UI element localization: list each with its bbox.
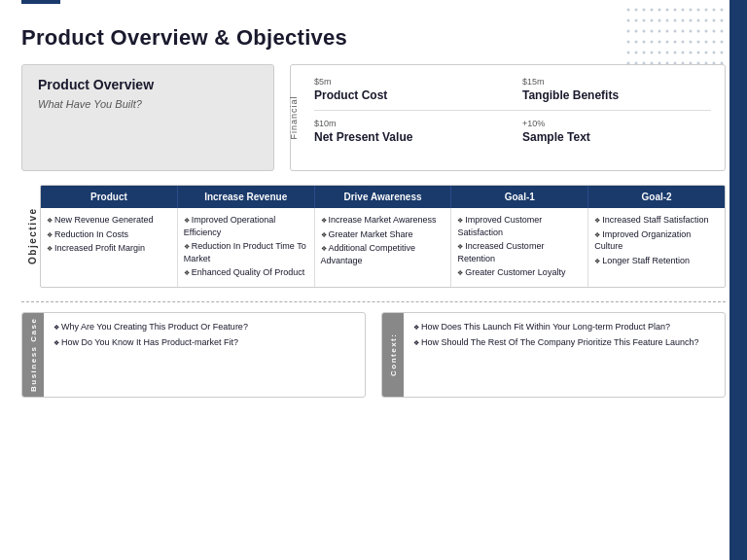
svg-point-22 (690, 19, 693, 22)
objective-section: Objective ProductIncrease RevenueDrive A… (21, 185, 726, 288)
svg-point-56 (627, 52, 630, 54)
fin-product-cost-label: Product Cost (314, 88, 503, 106)
top-section: Product Overview What Have You Built? Fi… (21, 64, 726, 171)
objective-label: Objective (21, 185, 40, 288)
list-item: Reduction In Costs (47, 228, 171, 241)
obj-body-1: Improved Operational EfficiencyReduction… (178, 208, 315, 287)
list-item: How Does This Launch Fit Within Your Lon… (413, 321, 699, 334)
objective-header-row: ProductIncrease RevenueDrive AwarenessGo… (41, 186, 725, 208)
svg-point-48 (674, 41, 677, 44)
svg-point-6 (674, 9, 677, 12)
svg-point-46 (658, 41, 661, 44)
svg-point-28 (627, 30, 630, 33)
fin-sample-text: Sample Text (522, 130, 711, 148)
svg-point-19 (666, 19, 669, 22)
obj-header-3: Goal-1 (451, 186, 588, 208)
fin-npv-label: Net Present Value (314, 130, 503, 148)
svg-point-0 (627, 9, 630, 12)
financial-label: Financial (289, 95, 299, 139)
list-item: Increased Customer Retention (457, 240, 582, 264)
svg-point-17 (651, 19, 654, 22)
svg-point-5 (666, 9, 669, 12)
list-item: Improved Operational Efficiency (184, 214, 308, 238)
obj-body-0: New Revenue GeneratedReduction In CostsI… (41, 208, 178, 287)
list-item: Longer Staff Retention (594, 255, 719, 267)
svg-point-52 (705, 41, 708, 44)
svg-point-45 (651, 41, 654, 44)
svg-point-60 (658, 52, 661, 54)
obj-header-2: Drive Awareness (315, 186, 452, 208)
bottom-card-label-1: Context: (382, 313, 404, 397)
svg-point-62 (674, 52, 677, 54)
svg-point-38 (705, 30, 708, 33)
obj-body-4: Increased Staff SatisfactionImproved Org… (588, 208, 725, 287)
svg-point-68 (721, 52, 724, 54)
svg-point-30 (643, 30, 646, 33)
svg-point-18 (658, 19, 661, 22)
list-item: Increase Market Awareness (321, 214, 445, 227)
fin-tangible-benefits: Tangible Benefits (522, 88, 711, 106)
svg-point-36 (690, 30, 693, 33)
svg-point-25 (713, 19, 716, 22)
svg-point-67 (713, 52, 716, 54)
bottom-card-content-1: How Does This Launch Fit Within Your Lon… (404, 313, 709, 397)
svg-point-32 (658, 30, 661, 33)
list-item: Increased Profit Margin (47, 242, 171, 255)
financial-box: Financial $5m $15m Product Cost Tangible… (290, 64, 726, 171)
accent-line (21, 0, 60, 4)
svg-point-49 (682, 41, 685, 44)
product-overview-subtitle: What Have You Built? (38, 98, 258, 110)
svg-point-26 (721, 19, 724, 22)
svg-point-1 (635, 9, 638, 12)
svg-point-31 (651, 30, 654, 33)
svg-point-12 (721, 9, 724, 12)
svg-point-44 (643, 41, 646, 44)
list-item: Why Are You Creating This Product Or Fea… (53, 321, 248, 334)
bottom-card-1: Context:How Does This Launch Fit Within … (381, 312, 726, 398)
svg-point-2 (643, 9, 646, 12)
page-container: Product Overview & Objectives Product Ov… (0, 0, 747, 560)
obj-header-4: Goal-2 (588, 186, 725, 208)
list-item: Increased Staff Satisfaction (594, 214, 719, 227)
list-item: Additional Competitive Advantage (321, 242, 445, 266)
product-overview-title: Product Overview (38, 77, 258, 92)
svg-point-53 (713, 41, 716, 44)
list-item: Greater Customer Loyalty (457, 266, 582, 279)
svg-point-65 (697, 52, 700, 54)
svg-point-8 (690, 9, 693, 12)
svg-point-20 (674, 19, 677, 22)
list-item: Improved Organization Culture (594, 228, 719, 253)
svg-point-37 (697, 30, 700, 33)
list-item: Greater Market Share (321, 228, 445, 241)
svg-point-14 (627, 19, 630, 22)
obj-body-2: Increase Market AwarenessGreater Market … (315, 208, 452, 287)
svg-point-59 (651, 52, 654, 54)
obj-body-3: Improved Customer SatisfactionIncreased … (451, 208, 588, 287)
svg-point-39 (713, 30, 716, 33)
svg-point-47 (666, 41, 669, 44)
list-item: Improved Customer Satisfaction (457, 214, 582, 238)
list-item: Reduction In Product Time To Market (184, 240, 308, 264)
svg-point-34 (674, 30, 677, 33)
list-item: Enhanced Quality Of Product (184, 266, 308, 279)
fin-row2-right-small: +10% (522, 115, 711, 128)
svg-point-33 (666, 30, 669, 33)
svg-point-24 (705, 19, 708, 22)
bottom-card-content-0: Why Are You Creating This Product Or Fea… (44, 313, 258, 397)
svg-point-54 (721, 41, 724, 44)
svg-point-51 (697, 41, 700, 44)
svg-point-58 (643, 52, 646, 54)
svg-point-3 (651, 9, 654, 12)
svg-point-4 (658, 9, 661, 12)
list-item: How Should The Rest Of The Company Prior… (413, 336, 699, 350)
fin-row1-left-small: $5m (314, 73, 503, 87)
svg-point-11 (713, 9, 716, 12)
svg-point-66 (705, 52, 708, 54)
list-item: How Do You Know It Has Product-market Fi… (53, 336, 248, 350)
product-overview-box: Product Overview What Have You Built? (21, 64, 274, 171)
svg-point-9 (697, 9, 700, 12)
svg-point-40 (721, 30, 724, 33)
fin-row1-right-small: $15m (522, 73, 711, 87)
svg-point-35 (682, 30, 685, 33)
svg-point-42 (627, 41, 630, 44)
